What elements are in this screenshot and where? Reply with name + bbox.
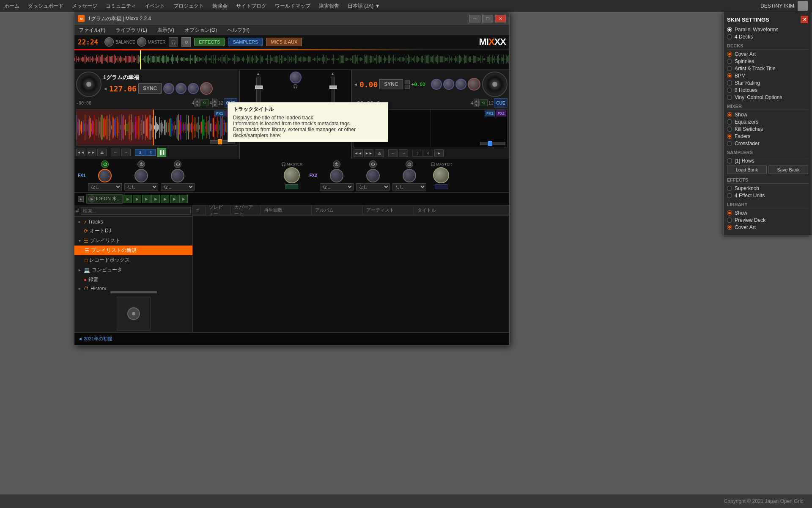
- deck1-hotcue-2[interactable]: 4: [145, 149, 156, 156]
- sidebar-item-computer[interactable]: ► 💻 コンピュータ: [74, 265, 192, 275]
- menu-file[interactable]: ファイル(F): [77, 26, 107, 35]
- fx2-power3[interactable]: ⏻: [406, 160, 413, 168]
- skin-parallel-waveforms[interactable]: Parallel Waveforms: [727, 27, 808, 33]
- skin-4-decks[interactable]: 4 Decks: [727, 34, 808, 40]
- sampler-6-play[interactable]: ▶: [161, 195, 169, 203]
- nav-community[interactable]: コミュニティ: [106, 3, 136, 10]
- col-header-cover[interactable]: カバーアート: [231, 205, 261, 215]
- balance-knob[interactable]: [104, 37, 114, 47]
- deck1-loop2-down[interactable]: ▼: [212, 103, 217, 107]
- deck1-gain[interactable]: [200, 82, 213, 95]
- sampler-7-play[interactable]: ▶: [170, 195, 178, 203]
- sampler-8-play[interactable]: ▶: [179, 195, 188, 203]
- search-input[interactable]: [81, 207, 191, 215]
- deck2-cue-button[interactable]: CUE: [494, 98, 508, 108]
- fx1-knob2[interactable]: [134, 169, 148, 182]
- deck1-loop-down[interactable]: ▼: [195, 103, 200, 107]
- deck2-eq-high[interactable]: [431, 79, 442, 90]
- fx2-select3[interactable]: なし: [392, 183, 426, 190]
- deck1-eq-low[interactable]: [188, 83, 199, 94]
- skin-kill-switches[interactable]: Kill Switches: [727, 126, 808, 132]
- sidebar-item-new-playlist[interactable]: ☰ プレイリストの新規: [74, 246, 192, 255]
- maximize-button[interactable]: □: [482, 15, 493, 22]
- fx1-power3[interactable]: ⏻: [174, 160, 181, 168]
- nav-accessibility[interactable]: 障害報告: [319, 3, 339, 10]
- skin-8-hotcues[interactable]: 8 Hotcues: [727, 87, 808, 93]
- skin-library-show[interactable]: Show: [727, 210, 808, 216]
- sidebar-scrollbar[interactable]: [74, 290, 192, 295]
- fx1-knob1[interactable]: [98, 169, 112, 182]
- deck1-loop-icon[interactable]: ⟲: [200, 99, 208, 106]
- nav-messages[interactable]: メッセージ: [72, 3, 97, 10]
- fx2-master-knob[interactable]: [433, 167, 449, 183]
- fx2-select2[interactable]: なし: [356, 183, 390, 190]
- menu-library[interactable]: ライブラリ(L): [114, 26, 149, 35]
- deck2-sync-button[interactable]: SYNC: [379, 79, 403, 89]
- sampler-5-play[interactable]: ▶: [151, 195, 160, 203]
- sidebar-item-recording[interactable]: ● 録音: [74, 275, 192, 284]
- fx1-master-knob[interactable]: [284, 167, 300, 183]
- skin-cover-art[interactable]: Cover Art: [727, 51, 808, 57]
- deck2-gain[interactable]: [468, 78, 480, 91]
- fx2-power1[interactable]: ⏻: [333, 160, 340, 168]
- samplers-button[interactable]: SAMPLERS: [228, 38, 263, 46]
- deck2-eject[interactable]: ⏏: [375, 149, 384, 157]
- skin-preview-deck[interactable]: Preview Deck: [727, 217, 808, 223]
- deck2-play-pause[interactable]: ►: [434, 149, 444, 157]
- menu-options[interactable]: オプション(O): [183, 26, 219, 35]
- waveform-overview[interactable]: [74, 49, 509, 70]
- col-header-artist[interactable]: アーティスト: [363, 205, 414, 215]
- deck1-prev-track[interactable]: ◄◄: [76, 149, 85, 156]
- deck2-next-track[interactable]: ►►: [364, 149, 373, 157]
- fx1-knob3[interactable]: [171, 169, 184, 182]
- deck2-back[interactable]: ←: [388, 149, 398, 157]
- fx1-select2[interactable]: なし: [124, 183, 158, 190]
- headphone-mix-knob[interactable]: [290, 72, 302, 83]
- sidebar-item-tracks[interactable]: ► ♪ Tracks: [74, 218, 192, 226]
- deck1-hotcue-1[interactable]: 3: [135, 149, 145, 156]
- fx2-select1[interactable]: なし: [320, 183, 354, 190]
- load-bank-button[interactable]: Load Bank: [727, 166, 767, 174]
- deck1-next-track[interactable]: ►►: [87, 149, 96, 156]
- sidebar-item-autodj[interactable]: ⟳ オートDJ: [74, 226, 192, 236]
- col-header-plays[interactable]: 再生回数: [261, 205, 312, 215]
- settings-button[interactable]: ⚙: [181, 37, 191, 47]
- fx2-knob3[interactable]: [403, 169, 416, 182]
- nav-worldmap[interactable]: ワールドマップ: [275, 3, 310, 10]
- skin-equalizers[interactable]: Equalizers: [727, 119, 808, 125]
- deck2-sync-up[interactable]: +: [405, 80, 410, 84]
- deck1-vinyl[interactable]: [76, 72, 102, 97]
- master-knob[interactable]: [137, 37, 146, 47]
- col-header-album[interactable]: アルバム: [312, 205, 363, 215]
- skin-vinyl-control[interactable]: Vinyl Control Options: [727, 94, 808, 100]
- fx2-knob1[interactable]: [330, 169, 343, 182]
- deck1-eq-high[interactable]: [163, 83, 174, 94]
- deck2-loop-icon[interactable]: ⟲: [479, 99, 488, 106]
- save-bank-button[interactable]: Save Bank: [768, 166, 808, 174]
- deck2-fwd[interactable]: →: [399, 149, 408, 157]
- sampler-4-play[interactable]: ▶: [142, 195, 151, 203]
- deck1-loop2-up[interactable]: ▲: [212, 99, 217, 103]
- deck1-play-pause[interactable]: ▐▐: [157, 148, 166, 157]
- deck1-waveform[interactable]: FX1 FX2: [76, 109, 237, 146]
- skin-crossfader[interactable]: Crossfader: [727, 141, 808, 146]
- nav-dashboard[interactable]: ダッシュボード: [28, 3, 63, 10]
- sampler-3-play[interactable]: ▶: [133, 195, 141, 203]
- deck2-eq-low[interactable]: [455, 79, 466, 90]
- skin-superknob[interactable]: Superknob: [727, 185, 808, 191]
- sampler-1-play[interactable]: ▶: [88, 196, 95, 202]
- skin-star-rating[interactable]: Star Rating: [727, 80, 808, 86]
- deck2-hotcue-1[interactable]: 3: [412, 150, 422, 157]
- menu-help[interactable]: ヘルプ(H): [225, 26, 251, 35]
- nav-events[interactable]: イベント: [145, 3, 165, 10]
- skin-faders[interactable]: Faders: [727, 133, 808, 139]
- deck1-loop-up[interactable]: ▲: [195, 99, 200, 103]
- deck1-eq-mid[interactable]: [176, 83, 187, 94]
- bottom-nav-link[interactable]: ◄ 2021年の初鑑: [78, 336, 112, 342]
- skin-spinnies[interactable]: Spinnies: [727, 58, 808, 64]
- skin-sampler-rows[interactable]: [1] Rows: [727, 158, 808, 164]
- skin-library-cover-art[interactable]: Cover Art: [727, 224, 808, 230]
- col-header-title[interactable]: タイトル: [414, 205, 509, 215]
- fx2-power2[interactable]: ⏻: [369, 160, 377, 168]
- mics-aux-button[interactable]: MICS & AUX: [266, 38, 302, 46]
